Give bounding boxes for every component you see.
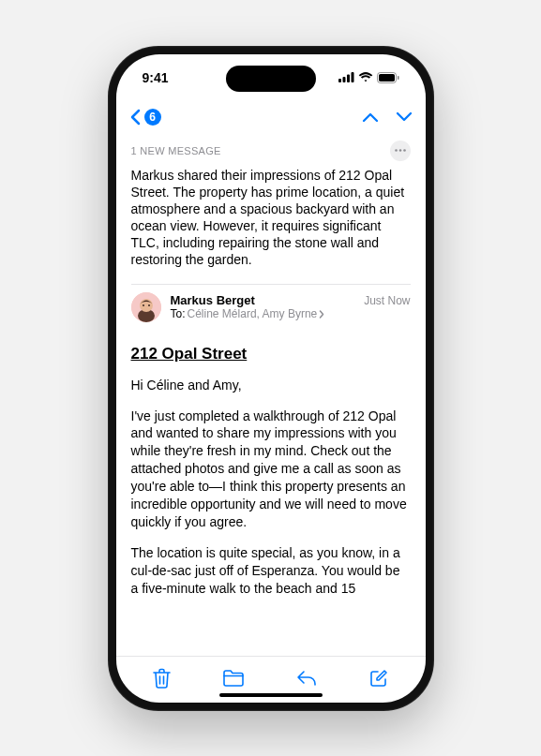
svg-rect-1 bbox=[342, 77, 345, 82]
next-message-button[interactable] bbox=[396, 111, 413, 123]
unread-badge: 6 bbox=[144, 109, 161, 126]
recipients: Céline Mélard, Amy Byrne bbox=[188, 307, 318, 320]
nav-bar: 6 bbox=[116, 101, 426, 133]
svg-point-8 bbox=[398, 149, 401, 152]
avatar bbox=[131, 292, 161, 322]
svg-rect-5 bbox=[379, 74, 395, 82]
chevron-left-icon bbox=[129, 109, 141, 126]
prev-message-button[interactable] bbox=[362, 111, 379, 123]
ellipsis-icon bbox=[395, 149, 406, 152]
home-indicator[interactable] bbox=[219, 693, 323, 697]
recipients-row[interactable]: To: Céline Mélard, Amy Byrne bbox=[171, 307, 355, 320]
svg-rect-0 bbox=[338, 79, 341, 82]
phone-frame: 9:41 6 bbox=[108, 46, 434, 711]
svg-point-13 bbox=[143, 304, 144, 306]
screen: 9:41 6 bbox=[116, 54, 426, 703]
ai-summary: Markus shared their impressions of 212 O… bbox=[131, 167, 411, 269]
svg-point-14 bbox=[148, 304, 150, 306]
cellular-icon bbox=[338, 72, 354, 82]
svg-rect-6 bbox=[398, 76, 399, 80]
svg-point-9 bbox=[403, 149, 406, 152]
svg-point-7 bbox=[395, 149, 398, 152]
trash-button[interactable] bbox=[153, 668, 171, 689]
battery-icon bbox=[377, 72, 399, 83]
reply-button[interactable] bbox=[296, 670, 317, 687]
email-content[interactable]: 1 NEW MESSAGE Markus shared their impres… bbox=[116, 133, 426, 656]
back-button[interactable]: 6 bbox=[129, 109, 161, 126]
content-fade bbox=[116, 628, 426, 656]
email-subject: 212 Opal Street bbox=[131, 345, 411, 363]
svg-rect-2 bbox=[347, 75, 350, 83]
to-label: To: bbox=[171, 307, 186, 320]
sender-name: Markus Berget bbox=[171, 293, 355, 307]
svg-rect-3 bbox=[351, 72, 353, 82]
status-time: 9:41 bbox=[143, 70, 169, 85]
dynamic-island bbox=[226, 66, 316, 92]
wifi-icon bbox=[358, 72, 373, 82]
folder-button[interactable] bbox=[223, 670, 244, 687]
chevron-right-icon bbox=[319, 310, 324, 319]
timestamp: Just Now bbox=[364, 294, 410, 307]
email-body: Hi Céline and Amy, I've just completed a… bbox=[131, 377, 411, 598]
greeting: Hi Céline and Amy, bbox=[131, 377, 411, 394]
body-paragraph: The location is quite special, as you kn… bbox=[131, 544, 411, 598]
compose-button[interactable] bbox=[369, 669, 388, 688]
sender-row[interactable]: Markus Berget To: Céline Mélard, Amy Byr… bbox=[131, 284, 411, 330]
preview-label: 1 NEW MESSAGE bbox=[131, 145, 221, 156]
body-paragraph: I've just completed a walkthrough of 212… bbox=[131, 408, 411, 531]
more-button[interactable] bbox=[390, 141, 411, 161]
